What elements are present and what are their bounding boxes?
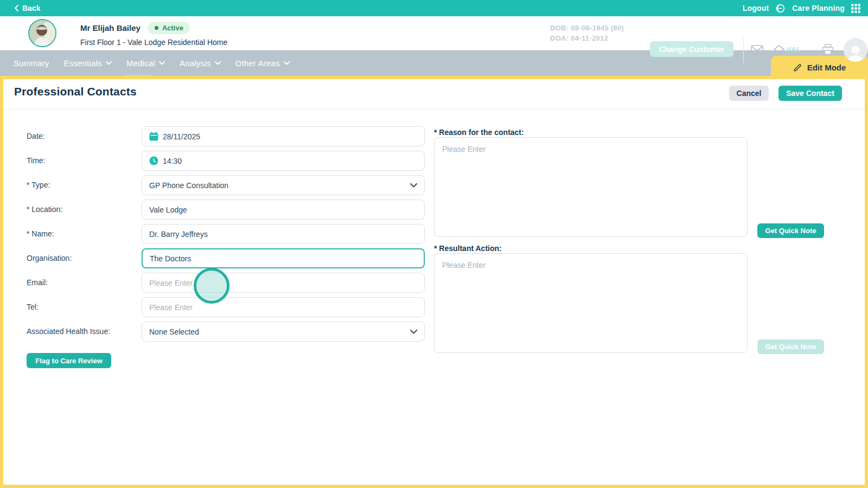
home-icon [773, 44, 785, 55]
name-input[interactable] [149, 230, 417, 239]
flag-to-care-review-button[interactable]: Flag to Care Review [27, 353, 111, 368]
type-label: * Type: [27, 175, 138, 195]
mail-icon[interactable] [751, 45, 763, 55]
health-issue-select[interactable]: None Selected [142, 322, 425, 342]
top-bar: Back Logout Care Planning [0, 0, 868, 16]
patient-doa: DOA: 04-11-2012 [550, 33, 624, 43]
resultant-action-textarea[interactable] [434, 253, 748, 353]
health-issue-value: None Selected [149, 328, 406, 336]
status-dot-icon [155, 26, 158, 30]
patient-dates: DOB: 08-06-1945 (80) DOA: 04-11-2012 [550, 23, 624, 43]
chevron-down-icon [106, 61, 112, 65]
edit-mode-border: Professional Contacts Cancel Save Contac… [0, 76, 868, 488]
print-icon[interactable] [822, 44, 834, 55]
save-contact-button[interactable]: Save Contact [778, 86, 842, 101]
location-input[interactable] [149, 206, 417, 214]
back-label: Back [22, 4, 40, 12]
name-field[interactable] [142, 224, 425, 244]
tel-input[interactable] [149, 303, 417, 312]
location-label: * Location: [27, 200, 138, 220]
nav-analysis[interactable]: Analysis [180, 59, 220, 68]
chevron-down-icon [410, 183, 417, 188]
tel-field[interactable] [142, 297, 425, 317]
organisation-label: Organisation: [27, 248, 138, 268]
care-planning-link[interactable]: Care Planning [792, 4, 845, 12]
main-nav: Summary Essentials Medical Analysis Othe… [0, 50, 868, 76]
chevron-left-icon [14, 5, 19, 11]
home-location-button[interactable]: VAL [773, 44, 801, 55]
reason-label: * Reason for the contact: [434, 128, 524, 137]
tel-label: Tel: [27, 297, 138, 317]
resultant-action-label: * Resultant Action: [434, 244, 502, 253]
nav-analysis-label: Analysis [180, 59, 210, 68]
panel-divider [3, 109, 865, 110]
date-input[interactable] [163, 132, 417, 141]
calendar-icon [149, 132, 158, 141]
clock-icon [149, 156, 158, 165]
patient-avatar [28, 19, 56, 47]
page-title: Professional Contacts [14, 85, 137, 98]
date-label: Date: [27, 126, 138, 146]
location-field[interactable] [142, 200, 425, 220]
get-quick-note-reason-button[interactable]: Get Quick Note [757, 223, 824, 238]
status-badge: Active [148, 22, 190, 34]
type-value: GP Phone Consultation [149, 181, 406, 190]
chevron-down-icon [410, 330, 417, 334]
name-label: * Name: [27, 224, 138, 244]
cancel-button[interactable]: Cancel [729, 86, 769, 101]
health-issue-label: Associated Health Issue: [27, 322, 138, 342]
nav-essentials-label: Essentials [64, 59, 102, 68]
nav-other-areas-label: Other Areas [235, 59, 280, 68]
patient-header: Mr Elijah Bailey Active First Floor 1 - … [0, 16, 868, 50]
nav-medical-label: Medical [126, 59, 155, 68]
email-field[interactable] [142, 273, 425, 293]
email-label: Email: [27, 273, 138, 293]
user-avatar[interactable] [844, 38, 867, 62]
logout-button[interactable]: Logout [743, 4, 769, 12]
nav-medical[interactable]: Medical [126, 59, 165, 68]
chevron-down-icon [284, 61, 290, 65]
patient-name: Mr Elijah Bailey [80, 23, 141, 33]
app-window: Back Logout Care Planning Mr Elijah Bail… [0, 0, 868, 488]
chevron-down-icon [215, 61, 221, 65]
home-code-label: VAL [787, 46, 801, 54]
status-label: Active [162, 24, 183, 32]
organisation-input[interactable] [150, 254, 417, 263]
type-select[interactable]: GP Phone Consultation [142, 175, 425, 195]
nav-essentials[interactable]: Essentials [64, 59, 112, 68]
reason-textarea[interactable] [434, 137, 748, 237]
logout-icon[interactable] [775, 3, 786, 14]
header-divider [743, 37, 744, 63]
patient-residence: First Floor 1 - Vale Lodge Residential H… [80, 38, 227, 47]
nav-summary[interactable]: Summary [14, 59, 49, 68]
change-customer-button[interactable]: Change Customer [650, 41, 733, 57]
time-label: Time: [27, 151, 138, 171]
nav-other-areas[interactable]: Other Areas [235, 59, 290, 68]
organisation-field[interactable] [142, 248, 425, 268]
chevron-down-icon [159, 61, 165, 65]
time-input[interactable] [163, 157, 417, 165]
date-field[interactable] [142, 126, 425, 146]
patient-dob: DOB: 08-06-1945 (80) [550, 23, 624, 33]
apps-grid-icon[interactable] [851, 4, 860, 13]
get-quick-note-action-button-disabled: Get Quick Note [757, 339, 824, 354]
email-input[interactable] [149, 279, 417, 287]
time-field[interactable] [142, 151, 425, 171]
back-button[interactable]: Back [14, 4, 40, 12]
professional-contacts-panel: Professional Contacts Cancel Save Contac… [3, 79, 865, 485]
nav-summary-label: Summary [14, 59, 49, 68]
